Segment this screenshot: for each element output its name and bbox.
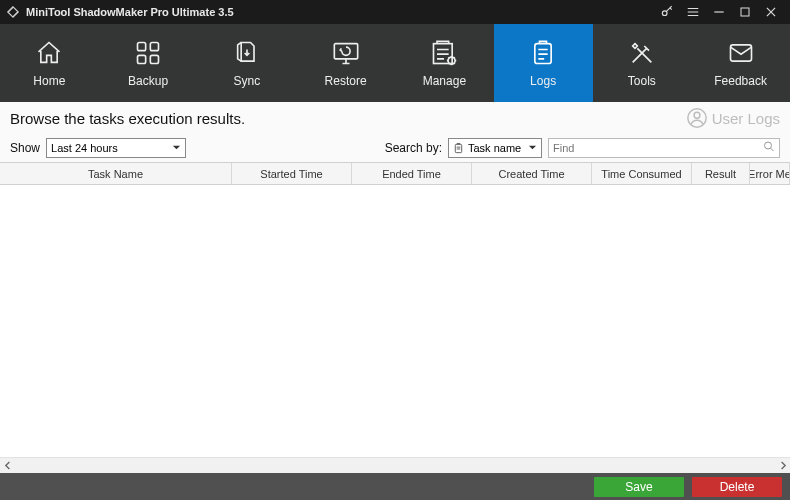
svg-point-0	[662, 11, 667, 16]
svg-point-12	[694, 112, 700, 118]
column-header[interactable]: Started Time	[232, 163, 352, 184]
scroll-left-icon[interactable]	[0, 458, 16, 474]
svg-point-14	[765, 142, 772, 149]
tools-icon	[627, 38, 657, 68]
filter-row: Show Last 24 hours Search by: Task name	[0, 134, 790, 162]
nav-restore[interactable]: Restore	[296, 24, 395, 102]
search-input[interactable]	[553, 142, 775, 154]
nav-feedback[interactable]: Feedback	[691, 24, 790, 102]
search-icon[interactable]	[763, 141, 775, 156]
maximize-button[interactable]	[732, 0, 758, 24]
app-title: MiniTool ShadowMaker Pro Ultimate 3.5	[26, 6, 234, 18]
feedback-icon	[725, 38, 757, 68]
main-nav: Home Backup Sync Restore Manage Logs T	[0, 24, 790, 102]
svg-rect-5	[150, 55, 158, 63]
nav-manage[interactable]: Manage	[395, 24, 494, 102]
show-select[interactable]: Last 24 hours	[46, 138, 186, 158]
table-body	[0, 185, 790, 457]
nav-label: Logs	[530, 74, 556, 88]
svg-rect-6	[334, 44, 357, 59]
manage-icon	[429, 38, 459, 68]
log-table: Task NameStarted TimeEnded TimeCreated T…	[0, 162, 790, 473]
titlebar: MiniTool ShadowMaker Pro Ultimate 3.5	[0, 0, 790, 24]
nav-logs[interactable]: Logs	[494, 24, 593, 102]
key-icon[interactable]	[654, 0, 680, 24]
svg-rect-4	[138, 55, 146, 63]
app-logo-icon	[6, 5, 20, 19]
restore-icon	[329, 38, 363, 68]
task-icon	[453, 143, 464, 154]
minimize-button[interactable]	[706, 0, 732, 24]
search-by-label: Search by:	[385, 141, 442, 155]
nav-label: Backup	[128, 74, 168, 88]
save-button[interactable]: Save	[594, 477, 684, 497]
nav-tools[interactable]: Tools	[593, 24, 692, 102]
logs-icon	[528, 38, 558, 68]
nav-backup[interactable]: Backup	[99, 24, 198, 102]
chevron-down-icon	[172, 142, 181, 154]
column-header[interactable]: Task Name	[0, 163, 232, 184]
nav-label: Tools	[628, 74, 656, 88]
column-header[interactable]: Time Consumed	[592, 163, 692, 184]
svg-rect-2	[138, 43, 146, 51]
column-header[interactable]: Ended Time	[352, 163, 472, 184]
delete-button[interactable]: Delete	[692, 477, 782, 497]
column-header[interactable]: Result	[692, 163, 750, 184]
backup-icon	[133, 38, 163, 68]
nav-label: Restore	[325, 74, 367, 88]
footer: Save Delete	[0, 473, 790, 500]
column-header[interactable]: Created Time	[472, 163, 592, 184]
scroll-right-icon[interactable]	[774, 458, 790, 474]
chevron-down-icon	[528, 142, 537, 154]
nav-label: Sync	[234, 74, 261, 88]
svg-rect-1	[741, 8, 749, 16]
table-header: Task NameStarted TimeEnded TimeCreated T…	[0, 163, 790, 185]
menu-icon[interactable]	[680, 0, 706, 24]
nav-label: Home	[33, 74, 65, 88]
scroll-track[interactable]	[16, 458, 774, 474]
user-logs-label: User Logs	[712, 110, 780, 127]
show-label: Show	[10, 141, 40, 155]
subheader: Browse the tasks execution results. User…	[0, 102, 790, 134]
nav-label: Feedback	[714, 74, 767, 88]
nav-home[interactable]: Home	[0, 24, 99, 102]
search-by-select[interactable]: Task name	[448, 138, 542, 158]
sync-icon	[232, 38, 262, 68]
column-header[interactable]: Error Me	[750, 163, 790, 184]
search-by-value: Task name	[468, 142, 521, 154]
user-logs-link[interactable]: User Logs	[686, 107, 780, 129]
svg-rect-10	[730, 45, 751, 61]
close-button[interactable]	[758, 0, 784, 24]
nav-label: Manage	[423, 74, 466, 88]
page-heading: Browse the tasks execution results.	[10, 110, 245, 127]
svg-rect-3	[150, 43, 158, 51]
home-icon	[34, 38, 64, 68]
search-input-wrap	[548, 138, 780, 158]
show-value: Last 24 hours	[51, 142, 118, 154]
nav-sync[interactable]: Sync	[198, 24, 297, 102]
horizontal-scrollbar[interactable]	[0, 457, 790, 473]
